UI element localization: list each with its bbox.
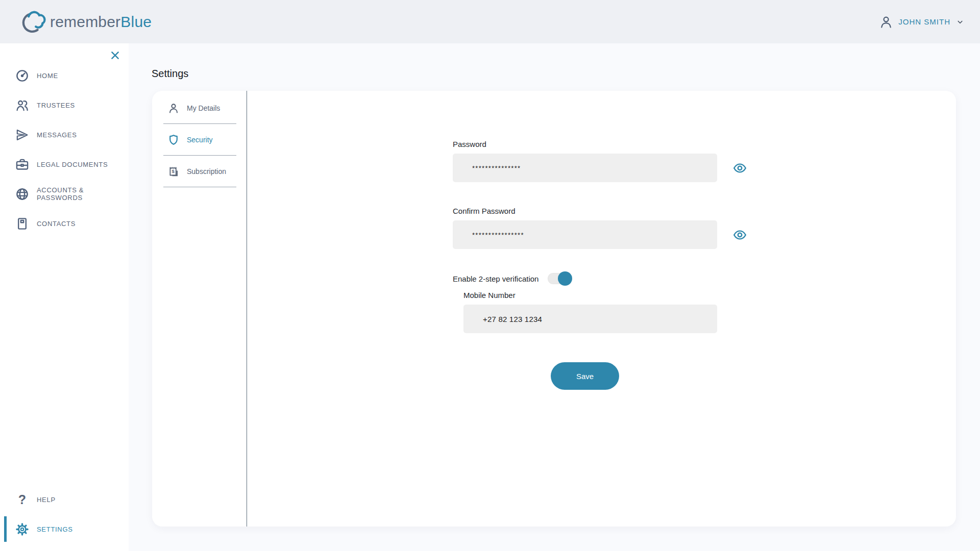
sidebar-item-label: HOME xyxy=(37,72,58,80)
globe-icon xyxy=(15,187,29,201)
person-icon xyxy=(167,102,180,114)
user-name: JOHN SMITH xyxy=(898,17,950,26)
svg-text:$: $ xyxy=(172,168,175,174)
toggle-confirm-password-visibility-button[interactable] xyxy=(733,228,747,242)
confirm-password-label: Confirm Password xyxy=(453,207,717,215)
shield-icon xyxy=(167,134,180,146)
help-icon: ? xyxy=(15,493,29,507)
gear-icon xyxy=(15,522,29,536)
two-step-row: Enable 2-step verification xyxy=(453,271,717,286)
save-button[interactable]: Save xyxy=(551,362,619,390)
page-title: Settings xyxy=(152,68,188,80)
sidebar-item-label: SETTINGS xyxy=(37,525,73,533)
sidebar-item-label: CONTACTS xyxy=(37,220,76,228)
sidebar-item-home[interactable]: HOME xyxy=(0,61,129,90)
security-form: Password Confirm Password xyxy=(453,140,717,390)
sidebar-item-label: HELP xyxy=(37,496,56,504)
send-icon xyxy=(15,128,29,142)
sidebar-close-button[interactable] xyxy=(108,48,121,62)
tab-label: Subscription xyxy=(187,167,226,176)
sidebar: HOME TRUSTEES MESSAGES xyxy=(0,43,129,551)
password-group: Password xyxy=(453,140,717,182)
contacts-icon xyxy=(15,217,29,231)
eye-icon xyxy=(733,161,747,175)
tab-security[interactable]: Security xyxy=(163,124,236,156)
tab-my-details[interactable]: My Details xyxy=(163,92,236,124)
people-icon xyxy=(15,98,29,112)
sidebar-item-messages[interactable]: MESSAGES xyxy=(0,120,129,149)
user-avatar-icon xyxy=(879,15,893,29)
close-icon xyxy=(110,50,120,61)
confirm-password-field[interactable] xyxy=(453,220,717,249)
sidebar-item-trustees[interactable]: TRUSTEES xyxy=(0,90,129,120)
receipt-icon: $ xyxy=(167,165,180,178)
sidebar-item-label: ACCOUNTS & PASSWORDS xyxy=(37,186,129,202)
settings-tabs: My Details Security $ Sub xyxy=(163,92,236,187)
sidebar-nav: HOME TRUSTEES MESSAGES xyxy=(0,61,129,238)
sidebar-item-settings[interactable]: SETTINGS xyxy=(0,514,129,544)
tab-label: Security xyxy=(187,136,213,144)
sidebar-item-accounts-passwords[interactable]: ACCOUNTS & PASSWORDS xyxy=(0,179,129,209)
sidebar-item-legal-documents[interactable]: LEGAL DOCUMENTS xyxy=(0,149,129,179)
top-header: rememberBlue JOHN SMITH xyxy=(0,0,980,43)
mobile-number-field[interactable] xyxy=(463,305,717,333)
mobile-number-label: Mobile Number xyxy=(463,291,717,299)
sidebar-item-help[interactable]: ? HELP xyxy=(0,485,129,514)
password-label: Password xyxy=(453,140,717,148)
tab-label: My Details xyxy=(187,104,220,112)
sidebar-item-label: TRUSTEES xyxy=(37,102,75,109)
two-step-toggle[interactable] xyxy=(548,273,571,284)
brand-wordmark: rememberBlue xyxy=(50,13,152,31)
sidebar-bottom-nav: ? HELP SETTINGS xyxy=(0,485,129,544)
settings-card: My Details Security $ Sub xyxy=(152,91,956,527)
main-content: Settings My Details Security xyxy=(129,43,980,551)
confirm-password-group: Confirm Password xyxy=(453,207,717,249)
tab-subscription[interactable]: $ Subscription xyxy=(163,156,236,187)
password-field[interactable] xyxy=(453,154,717,182)
user-menu[interactable]: JOHN SMITH xyxy=(879,15,965,29)
mobile-number-group: Mobile Number xyxy=(463,291,717,333)
brand-logo[interactable]: rememberBlue xyxy=(15,10,152,34)
sidebar-item-label: MESSAGES xyxy=(37,131,77,139)
cloud-logo-icon xyxy=(15,10,47,34)
toggle-thumb xyxy=(558,271,572,286)
vertical-divider xyxy=(247,91,247,527)
sidebar-item-contacts[interactable]: CONTACTS xyxy=(0,209,129,238)
chevron-down-icon xyxy=(955,17,965,27)
sidebar-item-label: LEGAL DOCUMENTS xyxy=(37,161,108,168)
gauge-icon xyxy=(15,69,29,83)
eye-icon xyxy=(733,228,747,242)
two-step-label: Enable 2-step verification xyxy=(453,274,538,283)
toggle-password-visibility-button[interactable] xyxy=(733,161,747,175)
briefcase-icon xyxy=(15,158,29,171)
